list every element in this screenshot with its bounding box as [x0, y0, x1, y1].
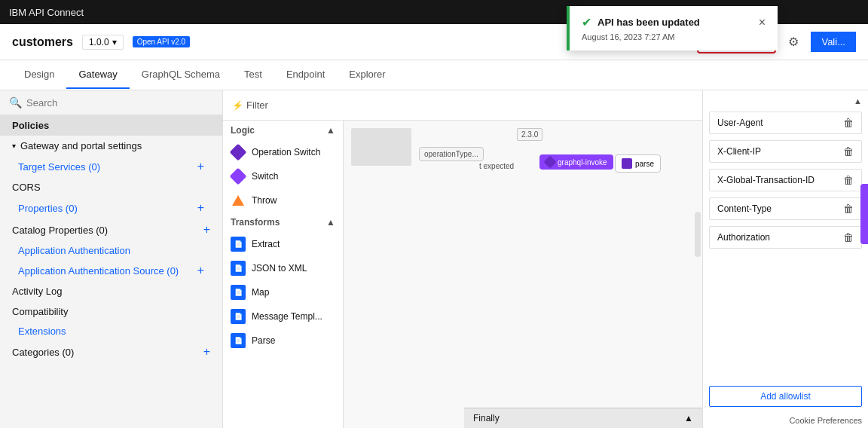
sidebar-item-cors[interactable]: CORS — [0, 177, 222, 197]
operation-switch-icon — [231, 145, 246, 160]
canvas-flow-area: operationType... 2.3.0 t expected graphq… — [344, 121, 702, 428]
sidebar: 🔍 Policies ▾ Gateway and portal settings… — [0, 90, 223, 428]
expected-label: t expected — [479, 162, 514, 170]
palette-item-switch[interactable]: Switch — [223, 164, 343, 188]
flow-placeholder — [351, 128, 411, 166]
main-layout: 🔍 Policies ▾ Gateway and portal settings… — [0, 90, 868, 428]
chevron-down-icon: ▾ — [12, 142, 16, 150]
allowlist-item-x-client-ip: X-Client-IP 🗑 — [709, 140, 862, 163]
chevron-up-icon: ▲ — [684, 413, 693, 423]
right-panel: ▲ User-Agent 🗑 X-Client-IP 🗑 X-Global-Tr… — [702, 90, 868, 428]
delete-x-global-transaction-button[interactable]: 🗑 — [843, 174, 854, 186]
palette-transforms-header[interactable]: Transforms ▲ — [223, 212, 343, 232]
search-input[interactable] — [26, 97, 213, 109]
palette-item-extract[interactable]: 📄 Extract — [223, 232, 343, 256]
message-template-icon: 📄 — [231, 309, 246, 324]
toast-timestamp: August 16, 2023 7:27 AM — [582, 32, 766, 41]
extract-icon: 📄 — [231, 237, 246, 252]
feedback-tab[interactable]: Feedback — [860, 184, 868, 244]
tab-gateway[interactable]: Gateway — [66, 61, 129, 89]
palette-item-message-template[interactable]: 📄 Message Templ... — [223, 304, 343, 329]
sidebar-item-categories[interactable]: Categories (0) + — [0, 341, 222, 363]
api-name: customers — [12, 35, 73, 49]
center-canvas: Logic ▲ Operation Switch Switch — [223, 121, 702, 428]
tab-graphql[interactable]: GraphQL Schema — [130, 61, 232, 89]
tab-design[interactable]: Design — [12, 61, 66, 89]
tab-test[interactable]: Test — [232, 61, 274, 89]
json-to-xml-icon: 📄 — [231, 261, 246, 276]
validate-button[interactable]: Vali... — [811, 32, 856, 52]
delete-authorization-button[interactable]: 🗑 — [843, 231, 854, 243]
delete-x-client-ip-button[interactable]: 🗑 — [843, 145, 854, 157]
delete-content-type-button[interactable]: 🗑 — [843, 203, 854, 215]
sidebar-item-policies[interactable]: Policies — [0, 115, 222, 136]
sidebar-item-extensions[interactable]: Extensions — [0, 322, 222, 341]
palette-logic-header[interactable]: Logic ▲ — [223, 121, 343, 140]
filter-button[interactable]: ⚡ Filter — [232, 99, 268, 111]
filter-icon: ⚡ — [232, 100, 243, 111]
version-badge: 2.3.0 — [517, 128, 542, 141]
cookie-preferences[interactable]: Cookie Preferences — [703, 413, 868, 428]
add-properties-icon[interactable]: + — [197, 201, 204, 215]
sidebar-search-wrap: 🔍 — [0, 90, 222, 115]
sidebar-item-properties[interactable]: Properties (0) + — [0, 197, 222, 219]
add-app-auth-source-icon[interactable]: + — [197, 264, 204, 277]
allowlist-item-content-type: Content-Type 🗑 — [709, 197, 862, 220]
toast-title: API has been updated — [598, 17, 700, 28]
palette-item-throw[interactable]: Throw — [223, 188, 343, 212]
scroll-indicator — [695, 212, 701, 257]
throw-icon — [231, 193, 246, 208]
palette-item-json-to-xml[interactable]: 📄 JSON to XML — [223, 256, 343, 280]
parse-node-icon — [622, 158, 632, 169]
finally-label: Finally — [473, 413, 500, 423]
parse-icon: 📄 — [231, 333, 246, 348]
palette: Logic ▲ Operation Switch Switch — [223, 121, 344, 428]
sidebar-group-gateway[interactable]: ▾ Gateway and portal settings — [0, 136, 222, 156]
toast-notification: ✔ API has been updated × August 16, 2023… — [567, 6, 778, 50]
graphql-icon — [544, 156, 557, 169]
sidebar-item-compatibility[interactable]: Compatibility — [0, 301, 222, 322]
palette-item-parse[interactable]: 📄 Parse — [223, 329, 343, 353]
allowlist-item-authorization: Authorization 🗑 — [709, 226, 862, 249]
openapi-badge: Open API v2.0 — [133, 36, 191, 47]
tab-endpoint[interactable]: Endpoint — [274, 61, 337, 89]
search-icon: 🔍 — [9, 96, 22, 109]
operation-type-node[interactable]: operationType... — [419, 147, 484, 161]
sidebar-item-app-auth-source[interactable]: Application Authentication Source (0) + — [0, 260, 222, 281]
finally-bar: Finally ▲ — [464, 408, 702, 428]
sidebar-item-app-auth[interactable]: Application Authentication — [0, 241, 222, 260]
add-target-services-icon[interactable]: + — [197, 160, 204, 173]
check-circle-icon: ✔ — [582, 15, 591, 29]
flow-canvas[interactable]: operationType... 2.3.0 t expected graphq… — [344, 121, 702, 405]
nav-tabs: Design Gateway GraphQL Schema Test Endpo… — [0, 60, 868, 90]
chevron-up-icon: ▲ — [326, 217, 335, 228]
toast-close-button[interactable]: × — [759, 16, 766, 29]
switch-icon — [231, 169, 246, 184]
tab-explorer[interactable]: Explorer — [337, 61, 397, 89]
delete-user-agent-button[interactable]: 🗑 — [843, 117, 854, 129]
center-toolbar: ⚡ Filter — [223, 90, 702, 121]
scroll-top-indicator: ▲ — [709, 96, 862, 112]
allowlist-item-x-global-transaction-id: X-Global-Transaction-ID 🗑 — [709, 169, 862, 191]
add-catalog-prop-icon[interactable]: + — [203, 223, 210, 237]
center-panel: ⚡ Filter Logic ▲ Operation Switch — [223, 90, 702, 428]
parse-node[interactable]: parse — [615, 154, 661, 173]
add-allowlist-button[interactable]: Add allowlist — [709, 386, 862, 407]
graphql-invoke-node[interactable]: graphql-invoke — [539, 154, 613, 170]
chevron-up-icon: ▲ — [326, 125, 335, 136]
sidebar-item-target-services[interactable]: Target Services (0) + — [0, 156, 222, 177]
allowlist-content: ▲ User-Agent 🗑 X-Client-IP 🗑 X-Global-Tr… — [703, 90, 868, 380]
version-select[interactable]: 1.0.0 ▾ — [82, 35, 124, 50]
palette-item-map[interactable]: 📄 Map — [223, 280, 343, 304]
app-title: IBM API Connect — [9, 7, 84, 18]
sidebar-item-activity-log[interactable]: Activity Log — [0, 281, 222, 301]
toast-header: ✔ API has been updated × — [582, 15, 766, 29]
palette-item-operation-switch[interactable]: Operation Switch — [223, 140, 343, 164]
chevron-down-icon: ▾ — [112, 37, 117, 47]
sidebar-item-catalog-properties[interactable]: Catalog Properties (0) + — [0, 219, 222, 241]
map-icon: 📄 — [231, 285, 246, 300]
allowlist-item-user-agent: User-Agent 🗑 — [709, 112, 862, 134]
gear-button[interactable]: ⚙ — [785, 32, 802, 52]
add-categories-icon[interactable]: + — [203, 345, 210, 359]
